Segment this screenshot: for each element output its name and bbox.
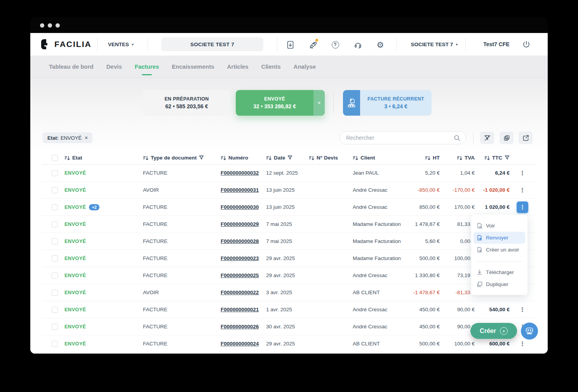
invoice-number-link[interactable]: F000000000023: [221, 255, 259, 261]
create-button[interactable]: Créer +: [470, 323, 517, 339]
menu-item-renvoyer[interactable]: Renvoyer: [474, 232, 525, 244]
company-button[interactable]: SOCIETE TEST 7: [161, 37, 263, 51]
power-icon[interactable]: [522, 40, 530, 48]
row-checkbox[interactable]: [52, 324, 58, 330]
column-header-ttc[interactable]: TTC: [475, 155, 510, 161]
sort-icon[interactable]: [266, 155, 272, 161]
header-divider: [465, 38, 466, 51]
invoice-number-link[interactable]: F000000000028: [221, 238, 259, 244]
menu-item-telecharger[interactable]: Télécharger: [471, 266, 528, 278]
clear-filters-button[interactable]: [480, 132, 494, 144]
tab-factures[interactable]: Factures: [135, 57, 159, 76]
account-company-selector[interactable]: SOCIETE TEST 7 ▾: [405, 33, 463, 56]
menu-divider: [477, 261, 522, 262]
settings-icon[interactable]: ⚙: [376, 40, 385, 49]
sort-icon[interactable]: [309, 155, 314, 161]
row-checkbox[interactable]: [52, 204, 58, 210]
column-header-type[interactable]: Type de document: [143, 155, 221, 161]
menu-item-voir[interactable]: Voir: [471, 220, 528, 232]
window-control-dot[interactable]: [48, 23, 52, 28]
select-all-checkbox[interactable]: [52, 155, 58, 161]
module-selector[interactable]: VENTES ▾: [108, 33, 134, 56]
sort-icon[interactable]: [221, 155, 226, 161]
card-facture-recurrent[interactable]: FACTURE RÉCURRENT 3 • 6,24 €: [343, 90, 432, 116]
row-checkbox[interactable]: [52, 221, 58, 227]
invoice-number-link[interactable]: F000000000024: [221, 341, 259, 347]
sort-icon[interactable]: [143, 155, 148, 161]
row-actions-button[interactable]: ⋮: [517, 201, 528, 213]
invoice-number-link[interactable]: F000000000022: [221, 290, 259, 295]
menu-item-creer-un-avoir[interactable]: Créer un avoir: [471, 244, 528, 256]
search-input[interactable]: [345, 134, 454, 141]
column-header-client[interactable]: Client: [353, 155, 403, 161]
column-header-date[interactable]: Date: [266, 155, 309, 161]
filter-icon[interactable]: [287, 155, 292, 160]
export-button[interactable]: [519, 132, 533, 144]
user-name: Test7 CFE: [475, 33, 518, 56]
row-checkbox[interactable]: [52, 341, 58, 347]
rocket-icon[interactable]: [308, 40, 317, 49]
invoice-number-link[interactable]: F000000000025: [221, 272, 259, 278]
column-header-tva[interactable]: TVA: [440, 155, 475, 161]
row-checkbox[interactable]: [52, 290, 58, 296]
row-actions-button[interactable]: ⋮: [517, 184, 528, 196]
invoice-number-link[interactable]: F000000000029: [221, 221, 259, 227]
status-extra-badge[interactable]: +2: [89, 204, 99, 210]
tab-devis[interactable]: Devis: [106, 57, 122, 76]
window-control-dot[interactable]: [40, 23, 44, 28]
invoice-date: 29 avr. 2025: [266, 272, 309, 278]
view-document-icon: [477, 223, 482, 229]
card-close-button[interactable]: ×: [313, 90, 325, 116]
row-checkbox[interactable]: [52, 307, 58, 313]
card-envoye[interactable]: ENVOYÉ 32 • 353 286,82 € ×: [236, 90, 325, 116]
tab-encaissements[interactable]: Encaissements: [172, 57, 214, 76]
column-header-devis[interactable]: N° Devis: [309, 155, 353, 161]
filter-icon[interactable]: [505, 155, 510, 160]
menu-item-dupliquer[interactable]: Dupliquer: [471, 278, 528, 290]
document-export-icon[interactable]: [286, 40, 294, 49]
tab-clients[interactable]: Clients: [261, 57, 281, 76]
column-header-numero[interactable]: Numéro: [221, 155, 266, 161]
row-actions-button[interactable]: ⋮: [517, 304, 528, 316]
remove-filter-icon[interactable]: ×: [85, 135, 88, 141]
resend-document-icon: [477, 235, 482, 241]
assistant-button[interactable]: [521, 323, 538, 340]
tab-tableau-de-bord[interactable]: Tableau de bord: [49, 57, 94, 76]
amount-ht: 450,00 €: [403, 324, 440, 330]
tab-articles[interactable]: Articles: [227, 57, 249, 76]
row-checkbox[interactable]: [52, 170, 58, 176]
sort-icon[interactable]: [425, 155, 430, 161]
client-name: André Cressac: [353, 187, 403, 193]
status-badge: ENVOYÉ: [64, 238, 86, 244]
tab-analyse[interactable]: Analyse: [294, 57, 316, 76]
document-type: FACTURE: [143, 341, 221, 347]
filter-icon[interactable]: [199, 155, 204, 160]
invoice-number-link[interactable]: F000000000021: [221, 307, 259, 312]
client-name: Jean PAUL: [353, 170, 403, 176]
window-control-dot[interactable]: [56, 23, 60, 28]
sort-icon[interactable]: [484, 155, 490, 161]
invoice-number-link[interactable]: F000000000031: [221, 187, 259, 193]
card-en-preparation[interactable]: EN PRÉPARATION 62 • 585 203,56 €: [143, 90, 230, 116]
brand-logo[interactable]: FACILIA: [41, 39, 92, 50]
row-actions-button[interactable]: ⋮: [517, 338, 528, 350]
invoice-number-link[interactable]: F000000000026: [221, 324, 259, 330]
header-divider: [97, 38, 97, 51]
row-checkbox[interactable]: [52, 272, 58, 279]
sort-icon[interactable]: [353, 155, 358, 161]
table-header: Etat Type de document Numéro Date: [42, 151, 535, 165]
help-icon[interactable]: ?: [331, 40, 339, 49]
invoice-number-link[interactable]: F000000000030: [221, 204, 259, 210]
row-checkbox[interactable]: [52, 187, 58, 193]
row-checkbox[interactable]: [52, 238, 58, 245]
sort-icon[interactable]: [457, 155, 462, 161]
row-actions-button[interactable]: ⋮: [517, 167, 528, 179]
column-header-etat[interactable]: Etat: [64, 155, 143, 161]
row-checkbox[interactable]: [52, 255, 58, 262]
support-icon[interactable]: [353, 40, 362, 49]
summary-cards-row: EN PRÉPARATION 62 • 585 203,56 € ENVOYÉ …: [143, 90, 548, 116]
invoice-number-link[interactable]: F000000000032: [221, 170, 259, 176]
column-header-ht[interactable]: HT: [403, 155, 440, 161]
sort-icon[interactable]: [64, 155, 70, 161]
bulk-select-button[interactable]: [500, 132, 514, 144]
